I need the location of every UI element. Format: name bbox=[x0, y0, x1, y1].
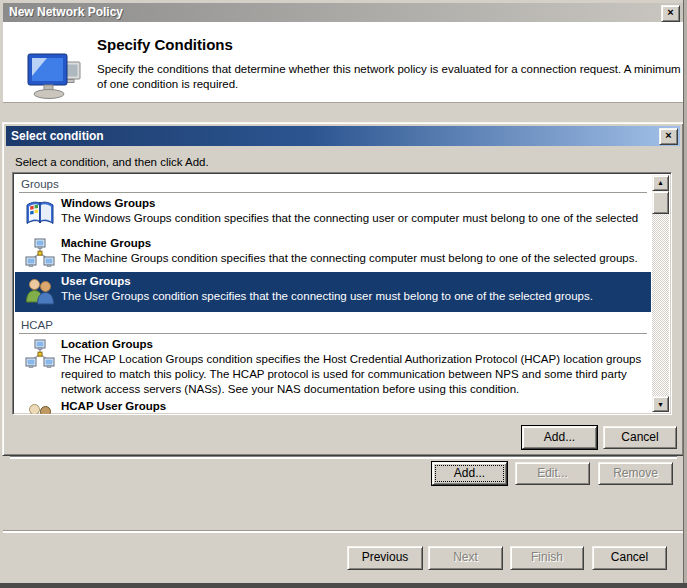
new-network-policy-window: New Network Policy × Specify Conditions … bbox=[0, 0, 687, 588]
item-title: User Groups bbox=[61, 274, 645, 289]
item-description: The HCAP User Groups condition specifies… bbox=[61, 414, 645, 415]
group-header-hcap: HCAP bbox=[19, 317, 647, 334]
previous-button[interactable]: Previous bbox=[347, 546, 423, 570]
wizard-edit-button: Edit... bbox=[515, 462, 590, 485]
close-icon[interactable]: × bbox=[661, 5, 680, 22]
wizard-remove-button: Remove bbox=[598, 462, 673, 485]
separator bbox=[3, 530, 683, 533]
item-description: The Windows Groups condition specifies t… bbox=[61, 211, 645, 226]
window-right-border bbox=[683, 0, 687, 588]
list-item-machine-groups[interactable]: Machine Groups The Machine Groups condit… bbox=[15, 234, 651, 272]
list-item-location-groups[interactable]: Location Groups The HCAP Location Groups… bbox=[15, 335, 651, 397]
item-description: The HCAP Location Groups condition speci… bbox=[61, 352, 645, 397]
dialog-title: Select condition bbox=[11, 129, 104, 143]
item-description: The Machine Groups condition specifies t… bbox=[61, 251, 645, 266]
scroll-up-icon[interactable]: ▲ bbox=[652, 175, 669, 191]
dialog-cancel-button[interactable]: Cancel bbox=[603, 426, 677, 449]
wizard-cancel-button[interactable]: Cancel bbox=[592, 546, 667, 570]
location-groups-icon bbox=[24, 338, 56, 370]
item-title: Windows Groups bbox=[61, 196, 645, 211]
condition-list: Groups Windows Groups bbox=[12, 172, 672, 415]
conditions-listview-edge bbox=[10, 456, 677, 459]
item-title: HCAP User Groups bbox=[61, 399, 645, 414]
computer-icon bbox=[25, 49, 83, 111]
select-condition-dialog: Select condition × Select a condition, a… bbox=[2, 122, 684, 456]
page-description: Specify the conditions that determine wh… bbox=[97, 62, 681, 92]
dialog-titlebar[interactable]: Select condition × bbox=[6, 126, 680, 146]
page-title: Specify Conditions bbox=[97, 36, 233, 53]
list-scrollbar[interactable]: ▲ ▼ bbox=[652, 175, 669, 412]
list-item-hcap-user-groups[interactable]: HCAP User Groups The HCAP User Groups co… bbox=[15, 397, 651, 415]
dialog-add-button[interactable]: Add... bbox=[522, 426, 597, 449]
instruction-label: Select a condition, and then click Add. bbox=[15, 156, 209, 168]
dialog-close-icon[interactable]: × bbox=[659, 128, 678, 145]
list-item-user-groups[interactable]: User Groups The User Groups condition sp… bbox=[15, 272, 651, 312]
window-bottom-border bbox=[0, 583, 687, 588]
item-title: Machine Groups bbox=[61, 236, 645, 251]
scroll-down-icon[interactable]: ▼ bbox=[652, 396, 669, 412]
windows-groups-icon bbox=[24, 197, 56, 229]
wizard-header: Specify Conditions Specify the condition… bbox=[3, 22, 683, 103]
window-titlebar[interactable]: New Network Policy × bbox=[3, 3, 683, 22]
wizard-add-button[interactable]: Add... bbox=[432, 462, 507, 485]
finish-button: Finish bbox=[510, 546, 584, 570]
item-title: Location Groups bbox=[61, 337, 645, 352]
item-description: The User Groups condition specifies that… bbox=[61, 289, 645, 304]
user-groups-icon bbox=[24, 275, 56, 307]
hcap-user-groups-icon bbox=[24, 400, 56, 415]
next-button: Next bbox=[428, 546, 503, 570]
group-header-groups: Groups bbox=[19, 176, 647, 193]
machine-groups-icon bbox=[24, 237, 56, 269]
scrollbar-thumb[interactable] bbox=[652, 191, 669, 214]
window-title: New Network Policy bbox=[9, 5, 123, 19]
list-item-windows-groups[interactable]: Windows Groups The Windows Groups condit… bbox=[15, 194, 651, 234]
